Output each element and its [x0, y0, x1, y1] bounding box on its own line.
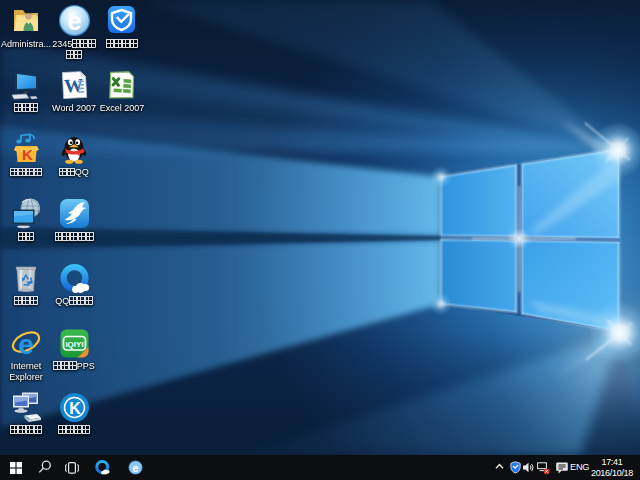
svg-text:K: K	[22, 146, 33, 163]
svg-text:e: e	[18, 329, 34, 360]
svg-text:K: K	[69, 400, 81, 417]
svg-text:e: e	[68, 7, 82, 35]
svg-text:iQIYI: iQIYI	[65, 340, 83, 349]
svg-text:e: e	[132, 462, 138, 474]
